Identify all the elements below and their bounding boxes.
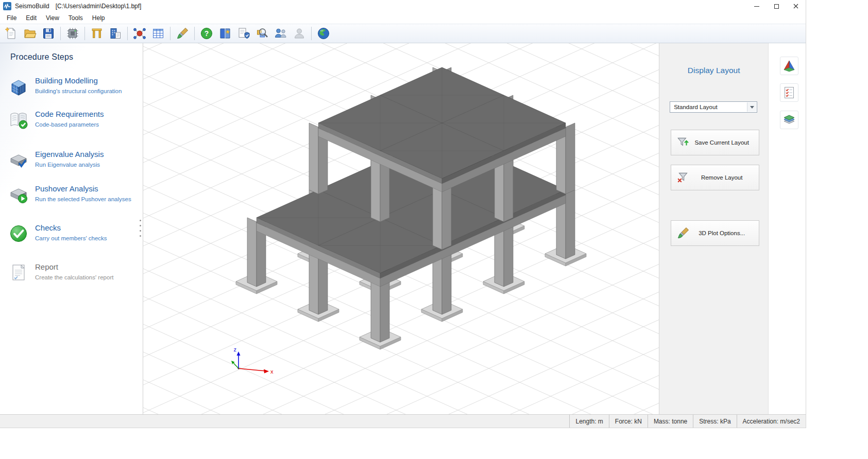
new-project-icon bbox=[5, 27, 18, 40]
right-icon-strip bbox=[768, 43, 806, 414]
status-length: Length: m bbox=[569, 415, 608, 428]
menu-tools[interactable]: Tools bbox=[64, 13, 88, 23]
plot-options-button[interactable] bbox=[174, 25, 191, 42]
sidebar-splitter[interactable] bbox=[139, 219, 142, 238]
save-current-layout-label: Save Current Layout bbox=[693, 139, 759, 146]
layout-select[interactable]: Standard Layout bbox=[670, 101, 757, 113]
status-force: Force: kN bbox=[609, 415, 648, 428]
step-subtitle: Building's structural configuration bbox=[35, 88, 122, 94]
step-checks[interactable]: ChecksCarry out members' checks bbox=[8, 223, 107, 244]
status-mass: Mass: tonne bbox=[648, 415, 693, 428]
svg-text:x: x bbox=[270, 368, 274, 375]
tutorials-icon bbox=[218, 27, 232, 40]
menu-file[interactable]: File bbox=[2, 13, 21, 23]
forum-button[interactable] bbox=[272, 25, 290, 42]
new-project-button[interactable] bbox=[3, 25, 20, 42]
tutorials-button[interactable] bbox=[216, 25, 234, 42]
view-3d-button[interactable] bbox=[780, 57, 798, 75]
report-document-icon bbox=[8, 262, 29, 283]
3d-plot-options-button[interactable]: 3D Plot Options... bbox=[671, 220, 759, 246]
layers-button[interactable] bbox=[780, 111, 798, 129]
toolbar-separator bbox=[60, 27, 61, 40]
procedure-steps-panel: Procedure Steps Building ModellingBuildi… bbox=[0, 43, 143, 414]
user-offline-icon bbox=[293, 27, 306, 40]
find-button[interactable] bbox=[253, 25, 271, 42]
minimize-button[interactable] bbox=[747, 0, 767, 12]
step-report[interactable]: ReportCreate the calculations' report bbox=[8, 262, 113, 283]
3d-viewport[interactable]: xz bbox=[143, 43, 659, 414]
checks-list-button[interactable] bbox=[780, 83, 798, 102]
step-subtitle: Carry out members' checks bbox=[35, 235, 107, 241]
step-pushover-analysis[interactable]: Pushover AnalysisRun the selected Pushov… bbox=[8, 184, 131, 205]
processor-settings-icon bbox=[66, 27, 79, 40]
forum-icon bbox=[274, 27, 287, 40]
menu-edit[interactable]: Edit bbox=[21, 13, 41, 23]
model-3d-icon bbox=[133, 27, 146, 40]
tables-button[interactable] bbox=[149, 25, 167, 42]
open-project-button[interactable] bbox=[21, 25, 39, 42]
remove-layout-label: Remove Layout bbox=[693, 174, 759, 181]
step-eigenvalue-analysis[interactable]: Eigenvalue AnalysisRun Eigenvalue analys… bbox=[8, 150, 104, 170]
building-report-button[interactable] bbox=[107, 25, 124, 42]
step-code-requirements[interactable]: Code RequirementsCode-based parameters bbox=[8, 110, 104, 130]
frame-elements-icon bbox=[90, 27, 104, 40]
slab-blue-check-icon bbox=[8, 150, 29, 170]
frame-elements-button[interactable] bbox=[88, 25, 106, 42]
menu-bar: File Edit View Tools Help bbox=[0, 12, 806, 24]
step-title: Eigenvalue Analysis bbox=[35, 150, 104, 158]
help-icon: ? bbox=[200, 27, 213, 40]
green-circle-check-icon bbox=[8, 223, 29, 244]
checks-document-button[interactable] bbox=[235, 25, 252, 42]
3d-model-canvas: xz bbox=[143, 43, 659, 414]
layout-select-value: Standard Layout bbox=[674, 104, 717, 110]
save-project-icon bbox=[42, 27, 55, 40]
step-title: Code Requirements bbox=[35, 110, 104, 118]
svg-text:?: ? bbox=[205, 29, 209, 38]
maximize-icon bbox=[774, 4, 779, 9]
save-project-button[interactable] bbox=[40, 25, 57, 42]
checklist-icon bbox=[782, 86, 796, 99]
building-model-icon bbox=[8, 76, 29, 97]
paintbrush-icon bbox=[676, 226, 690, 240]
step-subtitle: Code-based parameters bbox=[35, 121, 104, 128]
book-green-check-icon bbox=[8, 110, 29, 130]
app-window: SeismoBuild [C:\Users\admin\Desktop\1.bp… bbox=[0, 0, 806, 428]
status-stress: Stress: kPa bbox=[693, 415, 736, 428]
building-report-icon bbox=[109, 27, 122, 40]
close-button[interactable] bbox=[786, 0, 806, 12]
user-offline-button[interactable] bbox=[291, 25, 308, 42]
step-title: Checks bbox=[35, 223, 107, 232]
processor-settings-button[interactable] bbox=[64, 25, 81, 42]
menu-help[interactable]: Help bbox=[88, 13, 110, 23]
maximize-button[interactable] bbox=[767, 0, 786, 12]
help-button[interactable]: ? bbox=[198, 25, 215, 42]
procedure-steps-title: Procedure Steps bbox=[10, 52, 73, 62]
toolbar-separator bbox=[194, 27, 195, 40]
pyramid-3d-icon bbox=[782, 59, 796, 73]
open-project-icon bbox=[23, 27, 37, 40]
status-acceleration: Acceleration: m/sec2 bbox=[737, 415, 806, 428]
checks-document-icon bbox=[237, 27, 250, 40]
display-layout-title: Display Layout bbox=[659, 66, 768, 75]
window-title-file: [C:\Users\admin\Desktop\1.bpf] bbox=[56, 3, 142, 10]
display-layout-panel: Display Layout Standard Layout Save Curr… bbox=[659, 43, 768, 414]
step-title: Report bbox=[35, 262, 113, 271]
save-current-layout-button[interactable]: Save Current Layout bbox=[671, 130, 759, 155]
step-building-modelling[interactable]: Building ModellingBuilding's structural … bbox=[8, 76, 122, 97]
menu-view[interactable]: View bbox=[41, 13, 64, 23]
step-title: Pushover Analysis bbox=[35, 184, 131, 193]
window-title-app: SeismoBuild bbox=[15, 3, 49, 10]
step-subtitle: Run the selected Pushover analyses bbox=[35, 196, 131, 202]
minimize-icon bbox=[754, 6, 759, 7]
tables-icon bbox=[151, 27, 165, 40]
app-icon bbox=[3, 2, 11, 10]
find-icon bbox=[256, 27, 269, 40]
funnel-remove-icon bbox=[676, 171, 690, 184]
step-subtitle: Run Eigenvalue analysis bbox=[35, 162, 104, 168]
plot-options-brush-icon bbox=[176, 27, 189, 40]
remove-layout-button[interactable]: Remove Layout bbox=[671, 165, 759, 190]
website-button[interactable] bbox=[315, 25, 332, 42]
model-3d-button[interactable] bbox=[131, 25, 148, 42]
slab-green-play-icon bbox=[8, 184, 29, 205]
toolbar-separator bbox=[311, 27, 312, 40]
